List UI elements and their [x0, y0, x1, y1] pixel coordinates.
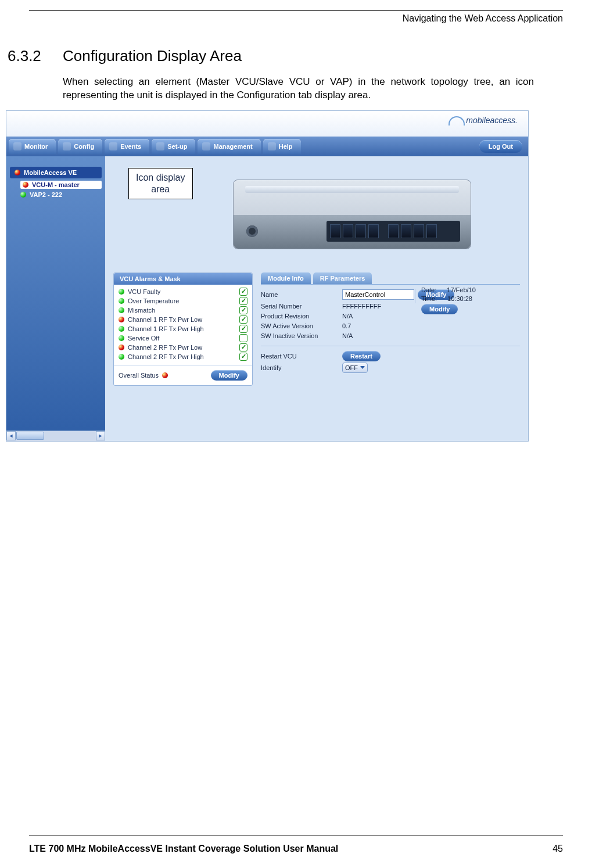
- tab-help[interactable]: Help: [263, 139, 301, 154]
- alarm-mask-checkbox[interactable]: [239, 315, 247, 324]
- sidebar-scrollbar[interactable]: ◄ ►: [6, 431, 105, 441]
- alarm-row: VCU Faulty: [119, 287, 247, 296]
- alarm-label: Channel 2 RF Tx Pwr High: [128, 353, 204, 360]
- status-led-icon: [119, 335, 124, 341]
- setup-icon: [156, 142, 164, 150]
- tab-rf-parameters[interactable]: RF Parameters: [313, 272, 372, 284]
- date-value: 17/Feb/10: [447, 286, 476, 293]
- scroll-left-icon[interactable]: ◄: [6, 431, 16, 440]
- device-port-icon: [246, 225, 258, 237]
- time-value: 10:30:28: [447, 295, 472, 302]
- device-illustration: [233, 180, 471, 249]
- logout-button[interactable]: Log Out: [479, 140, 522, 153]
- tab-monitor[interactable]: Monitor: [9, 139, 56, 154]
- status-led-icon: [119, 307, 124, 313]
- status-led-icon: [15, 170, 20, 175]
- alarm-mask-checkbox[interactable]: [239, 334, 247, 342]
- scroll-thumb[interactable]: [16, 432, 44, 440]
- status-led-icon: [119, 317, 124, 322]
- tree-item-vap[interactable]: VAP2 - 222: [20, 191, 102, 198]
- alarm-label: VCU Faulty: [128, 288, 160, 295]
- alarm-label: Channel 1 RF Tx Pwr High: [128, 325, 204, 332]
- alarms-title: VCU Alarms & Mask: [114, 273, 252, 285]
- alarm-mask-checkbox[interactable]: [239, 353, 247, 361]
- identify-dropdown[interactable]: OFF: [342, 363, 368, 373]
- alarm-row: Channel 2 RF Tx Pwr High: [119, 352, 247, 361]
- monitor-icon: [13, 142, 21, 150]
- scroll-right-icon[interactable]: ►: [96, 431, 105, 440]
- sw-active-label: SW Active Version: [261, 322, 342, 329]
- running-header: Navigating the Web Access Application: [0, 13, 563, 24]
- tab-management[interactable]: Management: [198, 139, 260, 154]
- callout-label: Icon display area: [128, 168, 193, 199]
- tab-events[interactable]: Events: [105, 139, 149, 154]
- alarm-row: Channel 2 RF Tx Pwr Low: [119, 343, 247, 352]
- alarm-row: Service Off: [119, 333, 247, 343]
- section-title: Configuration Display Area: [63, 47, 242, 64]
- config-icon: [63, 142, 71, 150]
- serial-label: Serial Number: [261, 303, 342, 310]
- brand-logo: mobileaccess.: [449, 116, 518, 125]
- status-led-icon: [23, 182, 28, 188]
- status-led-icon: [119, 354, 124, 360]
- sw-active-value: 0.7: [342, 322, 520, 329]
- date-label: Date:: [421, 286, 436, 293]
- alarm-label: Channel 1 RF Tx Pwr Low: [128, 316, 202, 323]
- config-display-area: Icon display area VCU Alarms & Mask VCU …: [105, 156, 528, 441]
- restart-label: Restart VCU: [261, 353, 342, 360]
- datetime-modify-button[interactable]: Modify: [421, 304, 458, 314]
- status-led-icon: [119, 326, 124, 332]
- tab-setup[interactable]: Set-up: [152, 139, 195, 154]
- alarm-label: Over Temperature: [128, 297, 179, 304]
- section-paragraph: When selecting an element (Master VCU/Sl…: [63, 76, 534, 102]
- chevron-down-icon: [360, 366, 365, 369]
- status-led-icon: [119, 298, 124, 304]
- alarm-row: Channel 1 RF Tx Pwr High: [119, 324, 247, 333]
- section-number: 6.3.2: [8, 47, 63, 65]
- datetime-panel: Date:17/Feb/10 Time:10:30:28 Modify: [421, 286, 520, 313]
- status-led-icon: [20, 192, 26, 198]
- alarm-mask-checkbox[interactable]: [239, 306, 247, 314]
- status-led-icon: [119, 289, 124, 295]
- main-tab-bar: Monitor Config Events Set-up Management …: [6, 137, 528, 156]
- events-icon: [109, 142, 117, 150]
- alarms-panel: VCU Alarms & Mask VCU FaultyOver Tempera…: [113, 272, 253, 386]
- tree-root[interactable]: MobileAccess VE: [10, 167, 102, 178]
- tree-item-vcu[interactable]: VCU-M - master: [20, 181, 102, 189]
- device-port-panel: [327, 221, 460, 242]
- alarm-row: Over Temperature: [119, 296, 247, 306]
- alarm-mask-checkbox[interactable]: [239, 325, 247, 333]
- sw-inactive-label: SW Inactive Version: [261, 332, 342, 339]
- alarms-modify-button[interactable]: Modify: [211, 370, 247, 381]
- alarm-mask-checkbox[interactable]: [239, 343, 247, 351]
- alarm-mask-checkbox[interactable]: [239, 297, 247, 305]
- alarm-label: Service Off: [128, 335, 159, 342]
- help-icon: [268, 142, 276, 150]
- sw-inactive-value: N/A: [342, 332, 520, 339]
- time-label: Time:: [421, 295, 437, 302]
- name-input[interactable]: [342, 289, 414, 300]
- status-led-icon: [119, 345, 124, 350]
- overall-status-led-icon: [162, 372, 168, 378]
- logo-bar: mobileaccess.: [6, 111, 528, 137]
- management-icon: [202, 142, 210, 150]
- alarm-row: Mismatch: [119, 306, 247, 315]
- section-heading: 6.3.2Configuration Display Area: [8, 47, 592, 65]
- alarm-mask-checkbox[interactable]: [239, 288, 247, 296]
- identify-label: Identify: [261, 364, 342, 371]
- rev-label: Product Revision: [261, 313, 342, 320]
- tab-module-info[interactable]: Module Info: [261, 272, 311, 284]
- name-label: Name: [261, 291, 342, 298]
- overall-status-label: Overall Status: [119, 372, 159, 379]
- alarm-row: Channel 1 RF Tx Pwr Low: [119, 315, 247, 324]
- topology-sidebar: MobileAccess VE VCU-M - master VAP2 - 22…: [6, 156, 105, 441]
- footer-title: LTE 700 MHz MobileAccessVE Instant Cover…: [29, 844, 338, 854]
- alarm-label: Channel 2 RF Tx Pwr Low: [128, 344, 202, 351]
- footer-page: 45: [552, 844, 563, 854]
- restart-button[interactable]: Restart: [342, 351, 381, 361]
- logo-swoosh-icon: [449, 116, 465, 125]
- tab-config[interactable]: Config: [58, 139, 102, 154]
- alarm-label: Mismatch: [128, 307, 155, 314]
- app-screenshot: mobileaccess. Monitor Config Events Set-…: [6, 110, 529, 442]
- module-info-area: Module Info RF Parameters Name Modify Se…: [261, 272, 520, 373]
